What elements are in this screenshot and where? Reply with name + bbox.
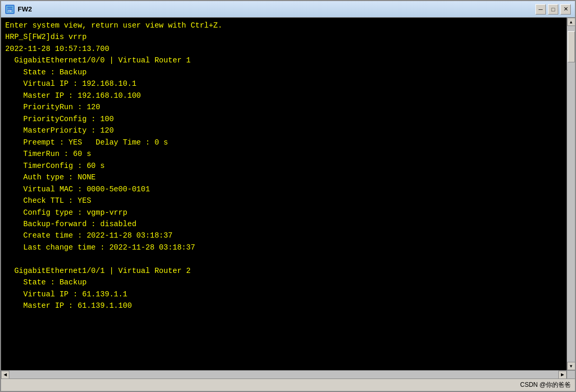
h-scroll-track[interactable] xyxy=(9,371,558,378)
window-controls: ─ □ ✕ xyxy=(535,4,571,15)
terminal-area: Enter system view, return user view with… xyxy=(1,18,575,370)
close-button[interactable]: ✕ xyxy=(560,4,571,15)
scroll-track[interactable] xyxy=(567,26,575,362)
horizontal-scrollbar[interactable]: ◀ ▶ xyxy=(1,370,567,378)
app-icon: FW xyxy=(5,5,15,14)
svg-text:FW: FW xyxy=(8,9,12,12)
window-title: FW2 xyxy=(18,5,32,13)
scroll-right-button[interactable]: ▶ xyxy=(558,371,567,379)
title-bar: FW FW2 ─ □ ✕ xyxy=(1,1,575,18)
minimize-button[interactable]: ─ xyxy=(535,4,546,15)
restore-button[interactable]: □ xyxy=(548,4,558,15)
vertical-scrollbar[interactable]: ▲ ▼ xyxy=(567,18,575,370)
scroll-thumb[interactable] xyxy=(568,31,575,62)
bottom-bar: ◀ ▶ xyxy=(1,370,575,378)
scroll-left-button[interactable]: ◀ xyxy=(1,371,9,379)
status-text: CSDN @你的爸爸 xyxy=(520,381,571,389)
terminal-output[interactable]: Enter system view, return user view with… xyxy=(1,18,567,370)
main-window: FW FW2 ─ □ ✕ Enter system view, return u… xyxy=(0,0,576,392)
status-bar: CSDN @你的爸爸 xyxy=(1,378,575,391)
title-bar-left: FW FW2 xyxy=(5,5,32,14)
scroll-down-button[interactable]: ▼ xyxy=(567,362,575,370)
scroll-corner xyxy=(567,370,575,378)
scroll-up-button[interactable]: ▲ xyxy=(567,18,575,26)
